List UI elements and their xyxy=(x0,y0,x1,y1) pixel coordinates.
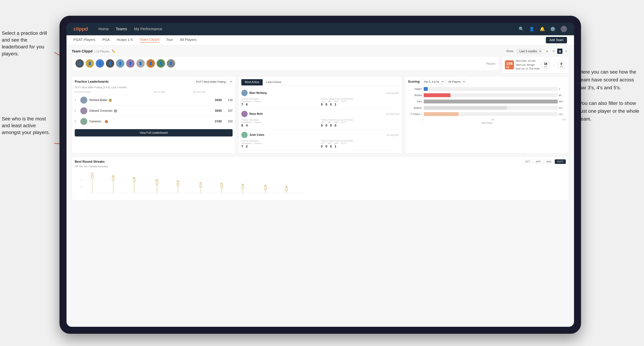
view-full-leaderboard-button[interactable]: View Full Leaderboard xyxy=(75,129,232,137)
search-icon[interactable]: 🔍 xyxy=(519,26,524,31)
bar-track-dbogeys xyxy=(424,112,558,116)
users-icon[interactable]: 👤 xyxy=(529,26,534,31)
pac-activities-values-1: 0 0 0 1 xyxy=(321,103,399,106)
pac-avatar-2 xyxy=(241,111,248,117)
lb-name-2: Edward Crossman xyxy=(90,109,112,112)
streaks-btn-putt[interactable]: PUTT xyxy=(555,159,566,164)
player-avatar-5[interactable]: 👤 xyxy=(116,59,124,68)
show-select[interactable]: Last 3 months xyxy=(517,49,542,54)
svg-point-23 xyxy=(156,182,158,184)
lb-name-3: Cameron... xyxy=(90,120,103,123)
practice-leaderboards-header: Practice Leaderboards PUTT Must Make Put… xyxy=(75,79,232,84)
subnav-hcaps[interactable]: Hcaps 1-5 xyxy=(117,38,133,42)
pac-avatar-1 xyxy=(241,90,248,96)
annotation-bottom-left: See who is the most and least active amo… xyxy=(2,115,52,136)
lb-rank-3: 3 xyxy=(75,120,78,123)
lb-info-1: Richard Butler 🏅 xyxy=(90,99,209,102)
grid-view-btn[interactable]: ⊞ xyxy=(544,49,550,54)
pac-tournament-1: 7 xyxy=(241,103,243,106)
lb-avatar-1 xyxy=(80,97,87,104)
annotation-top-left: Select a practice drill and see the lead… xyxy=(2,30,52,57)
pac-name-1: Blair McHarg xyxy=(249,91,267,95)
scoring-par-filter[interactable]: Par 3, 4 & 5s xyxy=(422,79,444,84)
bar-value-birdies: 96 xyxy=(559,94,564,97)
svg-point-38 xyxy=(264,187,267,190)
subnav-pgat[interactable]: PGAT Players xyxy=(74,38,96,42)
player-activity-card-2: Rees Britt 02 Sep 2023 Total Rounds Tour… xyxy=(241,109,399,130)
pac-date-2: 02 Sep 2023 xyxy=(386,113,399,115)
player-avatar-10[interactable]: 👤 xyxy=(167,59,175,68)
settings-icon[interactable]: ⚙️ xyxy=(550,26,556,31)
pac-stats-2: Total Rounds TournamentPractice 8 4 xyxy=(241,119,399,127)
nav-teams[interactable]: Teams xyxy=(116,27,127,31)
col-player-name: PLAYER NAME xyxy=(75,91,154,93)
lb-info-2: Edward Crossman 2 xyxy=(90,109,209,113)
streaks-chart: 6 8 7x 6x 6x xyxy=(75,170,566,197)
shot-circle-2-label: yds xyxy=(560,66,563,68)
practice-drill-dropdown[interactable]: PUTT Must Make Putting... xyxy=(194,79,232,84)
pac-activities-values-3: 0 0 0 1 xyxy=(321,145,399,148)
add-team-button[interactable]: Add Team xyxy=(546,37,567,43)
leaderboard-row: 3 Cameron... 3 17/20 103 xyxy=(75,116,232,127)
bar-fill-eagles xyxy=(424,87,428,91)
tab-most-active[interactable]: Most Active xyxy=(241,79,263,85)
nav-my-performance[interactable]: My Performance xyxy=(134,27,162,31)
navbar-right: 🔍 👤 🔔 ⚙️ xyxy=(519,26,567,32)
player-avatar-3[interactable]: 👤 xyxy=(96,59,104,68)
view-icons: ⊞ ☰ ▦ ⇅ xyxy=(544,49,569,54)
pac-rounds-3: Total Rounds TournamentPractice 7 2 xyxy=(241,140,320,148)
svg-point-26 xyxy=(177,183,179,185)
bar-row-dbogeys: D. Bogeys + 131 xyxy=(410,112,564,116)
shot-badge: 198 SQ xyxy=(505,60,514,69)
streaks-btn-app[interactable]: APP xyxy=(534,159,543,164)
player-avatar-8[interactable]: 👤 xyxy=(146,59,155,68)
streaks-btn-ott[interactable]: OTT xyxy=(523,159,532,164)
nav-home[interactable]: Home xyxy=(98,27,109,31)
axis-0: 0 xyxy=(422,119,423,121)
team-header: Team Clippd | 14 Players ✏️ Show: Last 3… xyxy=(72,49,569,54)
bar-label-dbogeys: D. Bogeys + xyxy=(410,113,422,115)
subnav-tour[interactable]: Tour xyxy=(166,38,173,42)
player-avatar-2[interactable]: 👤 xyxy=(86,59,94,68)
bar-row-bogeys: Bogeys 311 xyxy=(410,106,564,110)
pac-rounds-label-3: Total Rounds xyxy=(241,140,320,142)
pac-name-2: Rees Britt xyxy=(249,112,263,116)
list-view-btn[interactable]: ☰ xyxy=(551,49,556,54)
subnav-all-players[interactable]: All Players xyxy=(180,38,196,42)
player-avatar-1[interactable]: 👤 xyxy=(76,59,84,68)
player-avatar-9[interactable]: 👤 xyxy=(156,59,165,68)
lb-rank-2: 2 xyxy=(75,109,78,112)
shot-circle-1: 16 yds xyxy=(541,60,550,69)
bar-label-birdies: Birdies xyxy=(410,94,422,97)
streaks-svg: 6 8 7x 6x 6x xyxy=(75,170,566,197)
streaks-btn-arg[interactable]: ARG xyxy=(544,159,554,164)
pac-player-1: Blair McHarg xyxy=(241,90,267,96)
practice-leaderboards-title: Practice Leaderboards xyxy=(75,80,109,84)
card-view-btn[interactable]: ▦ xyxy=(557,49,562,54)
user-avatar[interactable] xyxy=(561,26,567,32)
player-avatars: 👤 👤 👤 👤 👤 👤 👤 👤 👤 👤 xyxy=(76,59,175,68)
tab-least-active[interactable]: Least Active xyxy=(263,79,285,85)
player-avatar-7[interactable]: 👤 xyxy=(136,59,145,68)
player-avatar-6[interactable]: 👤 xyxy=(126,59,134,68)
pac-name-3: Josh Coles xyxy=(249,133,264,137)
sort-btn[interactable]: ⇅ xyxy=(564,49,569,54)
lb-avatar-3 xyxy=(80,118,87,125)
pac-activities-label-1: Total Practice Activities xyxy=(321,98,399,100)
bar-row-birdies: Birdies 96 xyxy=(410,93,564,97)
svg-text:8: 8 xyxy=(81,179,82,181)
practice-leaderboards-panel: Practice Leaderboards PUTT Must Make Put… xyxy=(72,76,236,154)
pac-header-3: Josh Coles 26 Aug 2023 xyxy=(241,132,399,138)
pac-avatar-3 xyxy=(241,132,248,138)
annotation-right: Here you can see how the team have score… xyxy=(579,68,640,123)
player-avatar-4[interactable]: 👤 xyxy=(106,59,114,68)
edit-team-icon[interactable]: ✏️ xyxy=(112,50,116,53)
pac-activities-values-2: 0 0 0 0 xyxy=(321,124,399,127)
svg-text:4x: 4x xyxy=(220,182,223,185)
bar-track-eagles xyxy=(424,87,558,91)
bell-icon[interactable]: 🔔 xyxy=(540,26,545,31)
subnav-team-clippd[interactable]: Team Clippd xyxy=(140,37,159,43)
subnav-pga[interactable]: PGA xyxy=(102,38,110,42)
svg-point-29 xyxy=(200,184,202,187)
scoring-player-filter[interactable]: All Players xyxy=(446,79,466,84)
